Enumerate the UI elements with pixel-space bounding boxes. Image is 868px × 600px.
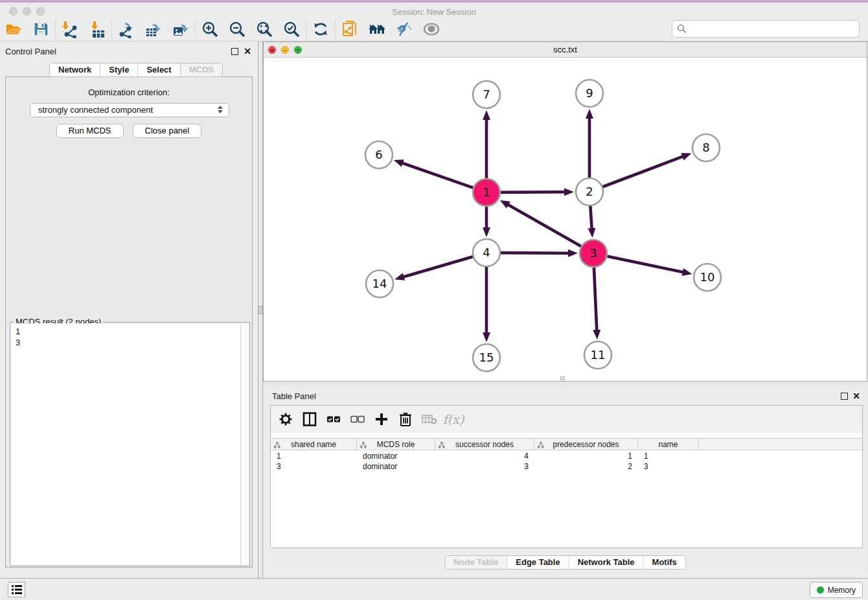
hide-graphics-eye-slash-icon[interactable] [391, 18, 418, 40]
table-panel-title: Table Panel [272, 390, 316, 403]
close-panel-icon[interactable]: ✕ [244, 46, 251, 56]
toolbar-separator [306, 19, 306, 39]
network-minimize-icon[interactable]: − [281, 46, 289, 54]
import-network-icon[interactable] [56, 18, 84, 40]
graph-node-label-14: 14 [372, 277, 387, 290]
table-cell[interactable]: 3 [271, 461, 357, 472]
graph-node-label-15: 15 [479, 351, 494, 364]
memory-status-icon [817, 586, 824, 594]
table-cell[interactable]: 4 [435, 451, 534, 461]
search-icon [677, 24, 687, 34]
memory-button[interactable]: Memory [810, 582, 863, 598]
run-mcds-button[interactable]: Run MCDS [56, 124, 124, 138]
close-table-panel-icon[interactable]: ✕ [852, 391, 860, 401]
optimization-criterion-label: Optimization criterion: [6, 87, 252, 97]
refresh-layout-icon[interactable] [307, 18, 334, 40]
table-rows: 1dominator4113dominator323 [271, 451, 862, 472]
main-toolbar [0, 17, 868, 41]
table-cell[interactable]: 1 [638, 451, 699, 461]
table-cell[interactable]: 1 [534, 451, 638, 461]
table-cell[interactable]: dominator [357, 451, 435, 461]
mcds-result-text[interactable]: 13 [11, 323, 240, 565]
select-all-icon[interactable] [324, 409, 343, 430]
save-session-icon[interactable] [27, 18, 54, 40]
graph-node-label-8: 8 [702, 141, 709, 154]
table-cell[interactable]: 1 [271, 451, 357, 461]
close-panel-button[interactable]: Close panel [133, 124, 202, 138]
export-network-icon[interactable] [113, 18, 140, 40]
tab-mcds[interactable]: MCDS [181, 63, 222, 76]
table-cell[interactable]: 3 [638, 461, 699, 472]
gear-icon[interactable] [276, 409, 295, 430]
import-table-icon[interactable] [84, 18, 111, 40]
tab-edge-table[interactable]: Edge Table [507, 556, 569, 569]
add-row-icon[interactable] [372, 409, 391, 430]
tab-network-table[interactable]: Network Table [569, 556, 644, 569]
graph-edge-2-3[interactable] [590, 203, 592, 230]
column-header-shared-name[interactable]: shared name [271, 439, 357, 450]
network-resize-grip[interactable] [560, 376, 565, 380]
graph-node-label-11: 11 [591, 348, 606, 362]
tree-sort-icon [439, 442, 445, 448]
graph-edge-4-3[interactable] [497, 253, 570, 253]
task-history-button[interactable] [8, 582, 25, 597]
table-cell[interactable]: dominator [357, 461, 435, 472]
zoom-selected-icon[interactable] [278, 18, 305, 40]
column-header-predecessor-nodes[interactable]: predecessor nodes [534, 439, 638, 450]
divider-grip[interactable] [258, 306, 262, 314]
graph-edge-3-11[interactable] [594, 264, 597, 332]
graph-edge-4-14[interactable] [402, 256, 476, 277]
eye-icon[interactable] [418, 18, 445, 40]
show-columns-icon[interactable] [300, 409, 319, 430]
float-table-panel-icon[interactable] [841, 393, 848, 400]
tab-network[interactable]: Network [50, 63, 100, 76]
graph-node-label-9: 9 [586, 86, 593, 100]
table-row[interactable]: 3dominator323 [271, 461, 862, 472]
network-window-titlebar[interactable]: ✕ − + scc.txt [264, 42, 867, 58]
tab-style[interactable]: Style [100, 63, 138, 76]
vertical-split-divider[interactable] [258, 41, 263, 578]
network-window: ✕ − + scc.txt 7968124314101511 [263, 41, 867, 382]
open-file-icon[interactable] [0, 18, 27, 40]
result-scrollbar[interactable] [240, 323, 249, 565]
graph-edge-1-6[interactable] [401, 163, 476, 189]
graph-edge-1-2[interactable] [497, 192, 566, 192]
float-panel-icon[interactable] [231, 48, 238, 55]
show-panels-home-icon[interactable] [363, 18, 391, 40]
search-input[interactable] [672, 20, 860, 38]
export-image-icon[interactable] [167, 18, 194, 40]
column-header-MCDS-role[interactable]: MCDS role [357, 439, 435, 450]
toolbar-search [672, 20, 860, 38]
tab-motifs[interactable]: Motifs [644, 556, 685, 569]
network-maximize-icon[interactable]: + [294, 46, 302, 54]
clone-network-icon[interactable] [336, 18, 363, 40]
tab-node-table[interactable]: Node Table [445, 556, 507, 569]
graph-arrowhead [483, 332, 490, 342]
zoom-fit-icon[interactable] [251, 18, 278, 40]
delete-row-trash-icon[interactable] [396, 409, 415, 430]
column-header-successor-nodes[interactable]: successor nodes [435, 439, 534, 450]
graph-arrowhead [483, 110, 490, 120]
table-header-row: shared nameMCDS rolesuccessor nodesprede… [271, 438, 862, 450]
network-close-icon[interactable]: ✕ [268, 46, 276, 54]
graph-node-label-7: 7 [483, 87, 490, 101]
column-header-name[interactable]: name [638, 439, 699, 450]
graph-edge-3-1[interactable] [507, 204, 584, 248]
graph-arrowhead [593, 330, 600, 340]
graph-edge-3-10[interactable] [604, 255, 685, 272]
deselect-all-icon[interactable] [348, 409, 367, 430]
table-cell[interactable]: 3 [435, 461, 534, 472]
tab-select[interactable]: Select [138, 63, 180, 76]
network-canvas[interactable]: 7968124314101511 [264, 58, 867, 381]
graph-edge-2-8[interactable] [600, 156, 684, 188]
graph-node-label-1: 1 [483, 185, 490, 199]
graph-arrowhead [483, 227, 490, 237]
zoom-out-icon[interactable] [223, 18, 251, 40]
zoom-in-icon[interactable] [196, 18, 223, 40]
criterion-value: strongly connected component [38, 105, 153, 115]
table-row[interactable]: 1dominator411 [271, 451, 862, 461]
export-table-icon[interactable] [140, 18, 167, 40]
criterion-select[interactable]: strongly connected component [30, 103, 229, 117]
node-table: f(x) shared nameMCDS rolesuccessor nodes… [270, 405, 863, 548]
table-cell[interactable]: 2 [534, 461, 638, 472]
